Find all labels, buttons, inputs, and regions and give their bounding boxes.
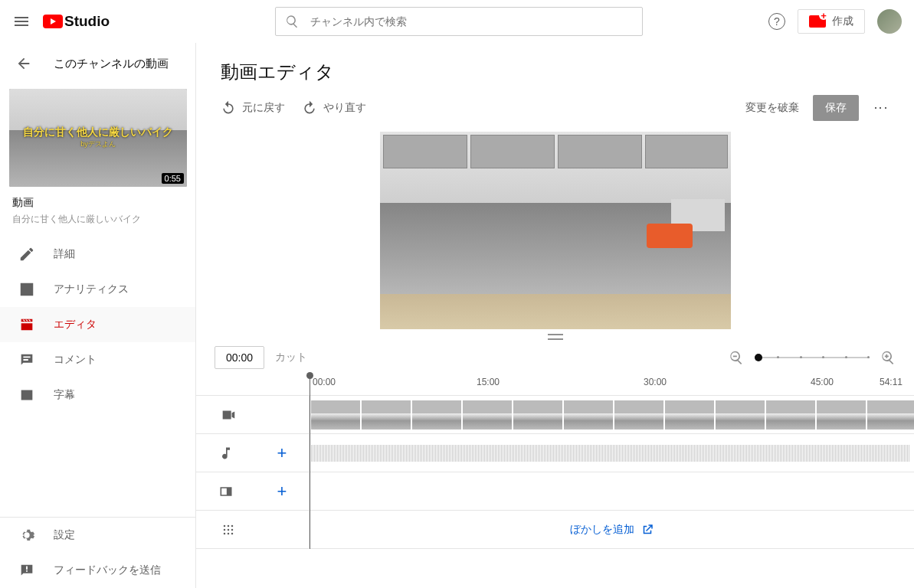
ruler-mark: 00:00	[313, 377, 336, 387]
youtube-play-icon	[43, 15, 63, 28]
nav-analytics-label: アナリティクス	[54, 283, 129, 296]
redo-button[interactable]: やり直す	[302, 100, 366, 116]
search-input[interactable]	[310, 15, 633, 28]
create-button[interactable]: 作成	[798, 9, 865, 34]
page-title: 動画エディタ	[196, 43, 914, 95]
undo-button[interactable]: 元に戻す	[221, 100, 285, 116]
svg-point-3	[224, 528, 226, 531]
thumb-overlay-title: 自分に甘く他人に厳しいバイク	[9, 126, 187, 139]
panel-resize-handle[interactable]	[196, 331, 914, 343]
svg-point-5	[231, 528, 234, 531]
nav-details-label: 詳細	[54, 247, 75, 261]
add-audio-icon[interactable]: +	[277, 443, 287, 463]
save-button[interactable]: 保存	[813, 95, 859, 121]
video-thumbnail[interactable]: 自分に甘く他人に厳しいバイク byデスよん 0:55	[9, 89, 186, 187]
cut-button[interactable]: カット	[275, 351, 307, 364]
redo-label: やり直す	[323, 101, 366, 115]
add-blur-label: ぼかしを追加	[570, 523, 634, 537]
search-icon	[285, 14, 300, 29]
blur-grid-icon	[221, 522, 236, 537]
svg-point-8	[231, 532, 234, 534]
svg-point-1	[228, 524, 230, 527]
back-to-channel[interactable]: このチャンネルの動画	[0, 46, 195, 81]
arrow-left-icon	[15, 55, 32, 72]
svg-point-6	[224, 532, 226, 534]
music-note-icon	[218, 446, 234, 461]
video-word: 動画	[12, 196, 183, 210]
sidebar-item-analytics[interactable]: アナリティクス	[0, 272, 195, 307]
create-label: 作成	[832, 15, 853, 28]
studio-wordmark: Studio	[64, 13, 110, 30]
sidebar-item-comments[interactable]: コメント	[0, 342, 195, 377]
analytics-icon	[18, 281, 35, 298]
feedback-icon	[18, 562, 35, 579]
endscreen-track[interactable]: +	[196, 472, 914, 511]
back-label: このチャンネルの動画	[54, 57, 169, 71]
video-track-icon	[220, 407, 237, 423]
blur-track[interactable]: ぼかしを追加	[196, 511, 914, 549]
help-icon[interactable]: ?	[768, 13, 785, 30]
undo-label: 元に戻す	[242, 101, 285, 115]
video-title: 自分に甘く他人に厳しいバイク	[12, 213, 183, 226]
ruler-mark: 45:00	[811, 377, 834, 387]
search-box[interactable]	[275, 7, 643, 36]
add-endscreen-icon[interactable]: +	[277, 482, 287, 501]
zoom-slider[interactable]	[755, 357, 870, 358]
discard-button[interactable]: 変更を破棄	[745, 101, 799, 115]
endscreen-icon	[218, 484, 234, 499]
sidebar-item-feedback[interactable]: フィードバックを送信	[0, 553, 195, 588]
clapperboard-icon	[18, 316, 35, 333]
ruler-end: 54:11	[880, 377, 903, 387]
comment-icon	[18, 351, 35, 368]
studio-logo[interactable]: Studio	[43, 13, 110, 30]
nav-editor-label: エディタ	[54, 318, 97, 332]
playhead[interactable]	[310, 376, 310, 549]
timeline-ruler[interactable]: 00:00 15:00 30:00 45:00 54:11	[196, 375, 914, 395]
sidebar-item-settings[interactable]: 設定	[0, 518, 195, 553]
timecode-input[interactable]: 00:00	[215, 346, 264, 369]
create-icon	[809, 15, 826, 28]
ruler-mark: 15:00	[477, 377, 500, 387]
thumb-overlay-sub: byデスよん	[9, 139, 187, 149]
more-menu-icon[interactable]: ⋮	[873, 101, 889, 115]
zoom-out-icon[interactable]	[729, 350, 744, 365]
svg-point-0	[224, 524, 226, 527]
sidebar-item-subtitles[interactable]: 字幕	[0, 377, 195, 413]
nav-subtitles-label: 字幕	[54, 388, 75, 402]
audio-track[interactable]: +	[196, 434, 914, 472]
nav-settings-label: 設定	[54, 528, 75, 542]
pencil-icon	[18, 246, 35, 263]
svg-point-4	[228, 528, 230, 531]
undo-icon	[221, 100, 236, 116]
video-track[interactable]	[196, 396, 914, 434]
nav-comments-label: コメント	[54, 353, 97, 367]
thumb-duration: 0:55	[162, 173, 184, 184]
menu-icon[interactable]	[12, 12, 31, 31]
subtitles-icon	[18, 387, 35, 403]
open-external-icon	[640, 523, 654, 537]
video-preview[interactable]	[196, 130, 914, 331]
avatar[interactable]	[877, 9, 902, 34]
ruler-mark: 30:00	[644, 377, 667, 387]
sidebar-item-details[interactable]: 詳細	[0, 237, 195, 272]
redo-icon	[302, 100, 317, 116]
gear-icon	[18, 527, 35, 544]
nav-feedback-label: フィードバックを送信	[54, 564, 161, 577]
svg-point-7	[228, 532, 230, 534]
add-blur-button[interactable]: ぼかしを追加	[310, 511, 914, 548]
sidebar-item-editor[interactable]: エディタ	[0, 307, 195, 342]
zoom-in-icon[interactable]	[880, 350, 896, 365]
svg-point-2	[231, 524, 234, 527]
